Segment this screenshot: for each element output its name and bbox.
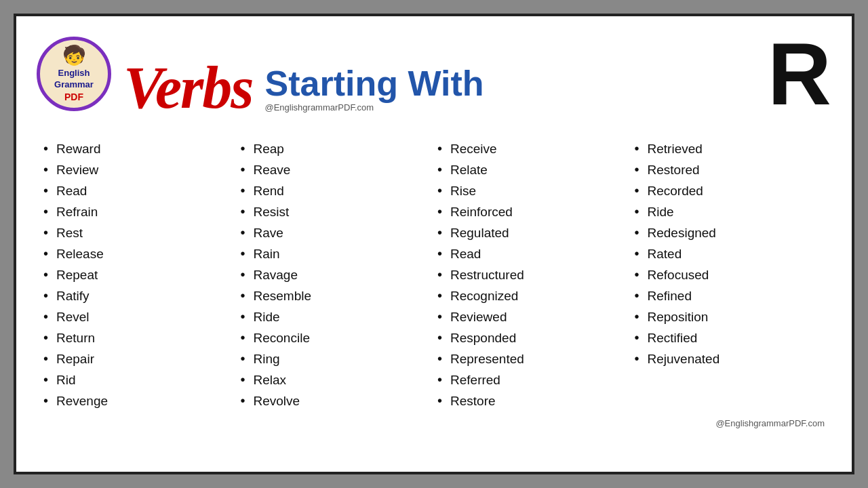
- list-item: Restore: [437, 390, 628, 411]
- title-letter-r: R: [768, 30, 831, 118]
- title-verbs: Verbs: [123, 58, 253, 118]
- list-item: Redesigned: [635, 222, 825, 243]
- list-item: Revolve: [241, 390, 431, 411]
- list-item: Rated: [635, 243, 825, 264]
- list-item: Regulated: [437, 222, 628, 243]
- list-item: Recorded: [635, 180, 825, 201]
- column-2: ReapReaveRendResistRaveRainRavageResembl…: [241, 138, 431, 411]
- header: 🧒 English Grammar PDF Verbs Starting Wit…: [37, 30, 831, 118]
- column-1: RewardReviewReadRefrainRestReleaseRepeat…: [43, 138, 234, 411]
- list-item: Relate: [437, 159, 628, 180]
- list-item: Repeat: [43, 264, 234, 285]
- title-starting-block: Starting With @EnglishgrammarPDF.com: [265, 66, 484, 113]
- verb-content: RewardReviewReadRefrainRestReleaseRepeat…: [37, 138, 831, 411]
- footer-credit: @EnglishgrammarPDF.com: [37, 418, 831, 428]
- list-item: Repair: [43, 348, 234, 369]
- list-item: Resemble: [241, 285, 431, 306]
- list-item: Review: [43, 159, 234, 180]
- title-area: Verbs Starting With @EnglishgrammarPDF.c…: [123, 30, 831, 118]
- list-item: Represented: [437, 348, 628, 369]
- list-item: Reave: [241, 159, 431, 180]
- logo-text: English Grammar PDF: [54, 68, 94, 104]
- list-item: Refined: [635, 285, 825, 306]
- list-item: Rejuvenated: [635, 348, 825, 369]
- list-item: Rest: [43, 222, 234, 243]
- list-item: Refrain: [43, 201, 234, 222]
- logo-figure: 🧒: [62, 44, 86, 66]
- list-item: Read: [43, 180, 234, 201]
- list-item: Reviewed: [437, 306, 628, 327]
- list-item: Rend: [241, 180, 431, 201]
- list-item: Return: [43, 327, 234, 348]
- list-item: Restored: [635, 159, 825, 180]
- list-item: Reposition: [635, 306, 825, 327]
- list-item: Responded: [437, 327, 628, 348]
- list-item: Rain: [241, 243, 431, 264]
- title-website: @EnglishgrammarPDF.com: [265, 102, 484, 113]
- list-item: Referred: [437, 369, 628, 390]
- list-item: Read: [437, 243, 628, 264]
- main-card: 🧒 English Grammar PDF Verbs Starting Wit…: [14, 14, 854, 474]
- list-item: Restructured: [437, 264, 628, 285]
- list-item: Reap: [241, 138, 431, 159]
- list-item: Rave: [241, 222, 431, 243]
- list-item: Reward: [43, 138, 234, 159]
- list-item: Revel: [43, 306, 234, 327]
- list-item: Receive: [437, 138, 628, 159]
- list-item: Reconcile: [241, 327, 431, 348]
- list-item: Recognized: [437, 285, 628, 306]
- list-item: Ride: [635, 201, 825, 222]
- list-item: Ratify: [43, 285, 234, 306]
- list-item: Rid: [43, 369, 234, 390]
- list-item: Reinforced: [437, 201, 628, 222]
- logo: 🧒 English Grammar PDF: [37, 37, 111, 111]
- list-item: Rise: [437, 180, 628, 201]
- list-item: Rectified: [635, 327, 825, 348]
- list-item: Ride: [241, 306, 431, 327]
- list-item: Ravage: [241, 264, 431, 285]
- title-starting-with: Starting With: [265, 66, 484, 101]
- list-item: Refocused: [635, 264, 825, 285]
- list-item: Resist: [241, 201, 431, 222]
- list-item: Retrieved: [635, 138, 825, 159]
- list-item: Revenge: [43, 390, 234, 411]
- column-3: ReceiveRelateRiseReinforcedRegulatedRead…: [437, 138, 628, 411]
- list-item: Release: [43, 243, 234, 264]
- column-4: RetrievedRestoredRecordedRideRedesignedR…: [635, 138, 825, 411]
- list-item: Ring: [241, 348, 431, 369]
- list-item: Relax: [241, 369, 431, 390]
